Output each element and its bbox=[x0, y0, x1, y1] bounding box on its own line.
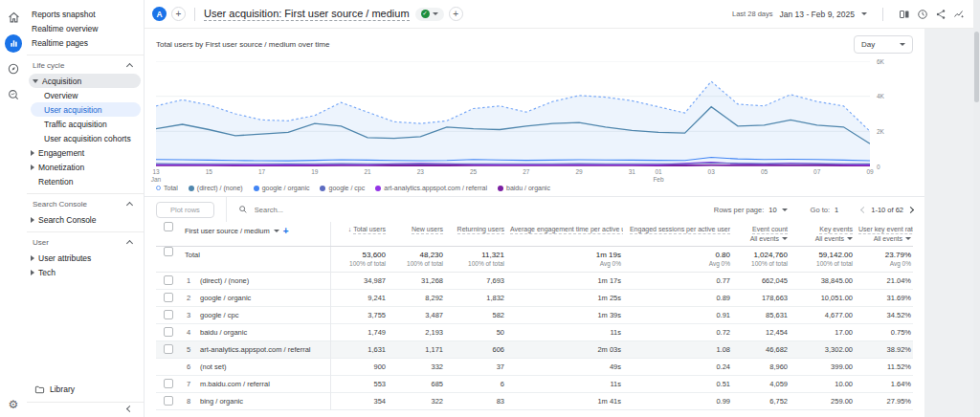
sidebar-section-user[interactable]: User bbox=[27, 236, 144, 249]
table-row[interactable]: 1(direct) / (none)34,98731,2687,6931m 17… bbox=[156, 273, 913, 290]
sidebar-item-realtime-pages[interactable]: Realtime pages bbox=[27, 35, 144, 50]
sidebar-item-tech[interactable]: Tech bbox=[27, 265, 144, 279]
table-row[interactable]: 4baidu / organic1,7492,1935011s0.7212,45… bbox=[156, 324, 913, 341]
row-checkbox[interactable] bbox=[164, 275, 173, 285]
advertising-icon[interactable] bbox=[5, 86, 22, 103]
column-header-label[interactable]: User key event rate bbox=[858, 226, 913, 234]
row-dimension: google / cpc bbox=[196, 307, 330, 324]
row-dimension: (direct) / (none) bbox=[196, 273, 330, 290]
row-checkbox[interactable] bbox=[164, 379, 173, 388]
row-value: 21.04% bbox=[855, 273, 913, 290]
column-header-label[interactable]: Engaged sessions per active user bbox=[630, 226, 730, 234]
legend-item[interactable]: google / organic bbox=[254, 185, 310, 191]
column-header-label[interactable]: Returning users bbox=[457, 226, 504, 234]
granularity-select[interactable]: Day bbox=[854, 35, 913, 54]
reports-icon[interactable] bbox=[5, 34, 22, 52]
row-value: 4,677.00 bbox=[790, 307, 855, 324]
legend-item[interactable]: (direct) / (none) bbox=[189, 185, 243, 191]
table-row[interactable]: 3google / cpc3,7553,4875821m 39s0.9185,6… bbox=[156, 307, 913, 324]
sidebar-item-user-acquisition-cohorts[interactable]: User acquisition cohorts bbox=[27, 131, 144, 145]
date-range-caret-icon[interactable] bbox=[861, 12, 867, 15]
legend-item[interactable]: google / cpc bbox=[320, 185, 365, 191]
row-checkbox[interactable] bbox=[164, 293, 173, 302]
sidebar-item-user-acquisition[interactable]: User acquisition bbox=[31, 102, 141, 117]
chart-plot-area[interactable] bbox=[156, 61, 870, 166]
plot-rows-button[interactable]: Plot rows bbox=[156, 202, 214, 218]
row-value: 662,045 bbox=[732, 273, 790, 290]
row-value: 1.64% bbox=[855, 376, 913, 393]
clock-icon[interactable] bbox=[917, 9, 928, 20]
table-search[interactable] bbox=[238, 205, 714, 215]
select-all-checkbox[interactable] bbox=[164, 222, 173, 231]
column-header-label[interactable]: Total users bbox=[353, 226, 386, 234]
column-header-label[interactable]: New users bbox=[412, 226, 443, 234]
add-dimension-button[interactable]: + bbox=[283, 226, 289, 236]
next-page-icon[interactable] bbox=[907, 206, 914, 212]
table-row[interactable]: 7m.baidu.com / referral553685611s0.514,0… bbox=[156, 376, 913, 393]
row-checkbox[interactable] bbox=[164, 310, 173, 319]
rows-per-page-value[interactable]: 10 bbox=[768, 206, 776, 214]
table-row[interactable]: 8bing / organic354322831m 41s0.996,75225… bbox=[156, 393, 913, 410]
table-row[interactable]: 2google / organic9,2418,2921,8321m 25s0.… bbox=[156, 290, 913, 307]
report-title[interactable]: User acquisition: First user source / me… bbox=[204, 8, 410, 21]
sidebar-section-search-console[interactable]: Search Console bbox=[27, 198, 144, 210]
avatar[interactable]: A bbox=[152, 7, 167, 21]
row-checkbox[interactable] bbox=[164, 344, 173, 354]
row-value: 1,171 bbox=[388, 341, 445, 359]
line-chart[interactable]: 13Jan15171921232527293101Feb03050709 6K4… bbox=[156, 61, 924, 184]
admin-gear-icon[interactable]: ⚙ bbox=[9, 398, 19, 411]
dimension-header-label[interactable]: First user source / medium bbox=[185, 227, 270, 235]
caret-down-icon[interactable] bbox=[274, 230, 279, 232]
row-value: 0.91 bbox=[623, 307, 732, 324]
column-event-selector[interactable]: All events bbox=[736, 235, 788, 242]
sidebar-item-user-attributes[interactable]: User attributes bbox=[27, 251, 144, 265]
caret-down-icon bbox=[33, 79, 38, 83]
column-header-label[interactable]: Event count bbox=[752, 226, 788, 234]
comparison-icon[interactable] bbox=[899, 9, 910, 20]
sidebar-item-acquisition[interactable]: Acquisition bbox=[29, 74, 141, 88]
row-checkbox[interactable] bbox=[164, 327, 173, 337]
home-icon[interactable] bbox=[5, 9, 22, 26]
table-row[interactable]: 5art-analytics.appspot.com / referral1,6… bbox=[156, 341, 913, 359]
totals-value: 23.79% bbox=[858, 251, 911, 259]
scrollbar[interactable] bbox=[973, 0, 980, 417]
table-row[interactable]: 6(not set)9003323749s0.248,960399.0011.5… bbox=[156, 359, 913, 376]
sidebar-item-realtime-overview[interactable]: Realtime overview bbox=[27, 21, 144, 35]
rows-per-page-caret-icon[interactable] bbox=[782, 208, 788, 211]
totals-value: 53,600 bbox=[335, 251, 387, 259]
sidebar-item-monetization[interactable]: Monetization bbox=[27, 160, 144, 174]
goto-input[interactable]: 1 bbox=[835, 206, 838, 214]
report-status-badge[interactable]: ✓ bbox=[415, 8, 444, 21]
column-event-selector[interactable]: All events bbox=[858, 235, 911, 242]
row-value: 0.51 bbox=[623, 376, 732, 393]
main-area: A + User acquisition: First user source … bbox=[145, 0, 980, 417]
sidebar-collapse-button[interactable] bbox=[27, 403, 144, 417]
add-report-tab-button[interactable]: + bbox=[171, 7, 186, 21]
column-header-label[interactable]: Key events bbox=[819, 226, 853, 234]
column-header-label[interactable]: Average engagement time per active user bbox=[510, 226, 623, 234]
insights-icon[interactable] bbox=[953, 9, 965, 20]
scrollbar-thumb[interactable] bbox=[974, 32, 979, 102]
sidebar-item-overview[interactable]: Overview bbox=[27, 88, 144, 102]
sidebar-section-life-cycle[interactable]: Life cycle bbox=[27, 59, 144, 72]
date-range-value[interactable]: Jan 13 - Feb 9, 2025 bbox=[780, 10, 855, 19]
row-checkbox[interactable] bbox=[164, 396, 173, 406]
row-checkbox[interactable] bbox=[164, 247, 173, 256]
library-label: Library bbox=[50, 384, 75, 394]
x-axis-tick: 13Jan bbox=[151, 168, 161, 183]
sidebar-item-library[interactable]: Library bbox=[27, 382, 144, 397]
sidebar-item-retention[interactable]: Retention bbox=[27, 174, 144, 188]
previous-page-icon[interactable] bbox=[860, 206, 867, 212]
column-event-selector[interactable]: All events bbox=[793, 235, 853, 242]
sidebar-item-traffic-acquisition[interactable]: Traffic acquisition bbox=[27, 117, 144, 131]
add-comparison-button[interactable]: + bbox=[449, 7, 463, 21]
search-input[interactable] bbox=[253, 205, 377, 215]
sidebar-item-search-console[interactable]: Search Console bbox=[27, 212, 144, 227]
legend-item[interactable]: Total bbox=[156, 185, 178, 191]
sidebar-item-reports-snapshot[interactable]: Reports snapshot bbox=[27, 7, 144, 21]
share-icon[interactable] bbox=[935, 9, 947, 20]
legend-item[interactable]: baidu / organic bbox=[498, 185, 550, 191]
sidebar-item-engagement[interactable]: Engagement bbox=[27, 145, 144, 160]
legend-item[interactable]: art-analytics.appspot.com / referral bbox=[375, 185, 487, 191]
explore-icon[interactable] bbox=[5, 60, 22, 77]
